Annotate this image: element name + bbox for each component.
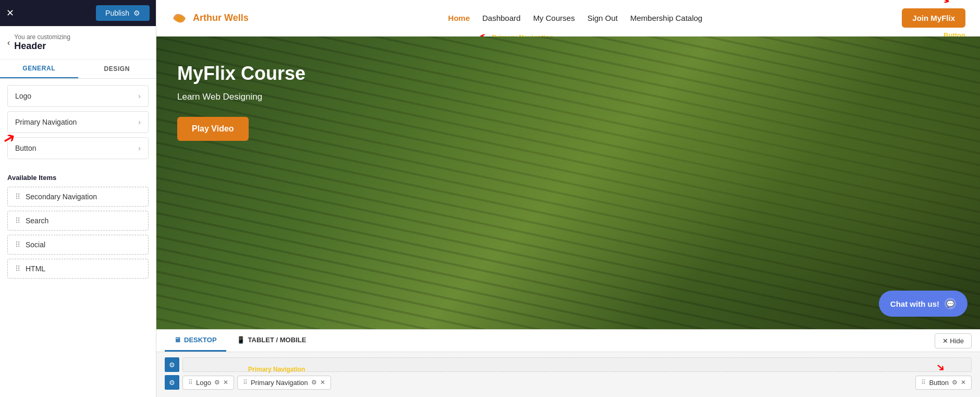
nav-my-courses[interactable]: My Courses [533,14,575,22]
nav-area: Home Dashboard My Courses Sign Out Membe… [448,14,703,22]
nav-sign-out[interactable]: Sign Out [587,14,618,22]
play-btn-label: Play Video [192,124,234,133]
hide-label: ✕ Hide [942,337,964,345]
available-item-html[interactable]: ⠿ HTML [7,259,149,279]
publish-button[interactable]: Publish ⚙ [96,5,150,21]
tab-design[interactable]: DESIGN [78,59,156,78]
bottom-primary-nav-annotation: Primary Navigation [248,366,305,373]
chip-button: ⠿ Button ⚙ ✕ [915,376,972,390]
row2-gear-button[interactable]: ⚙ [165,375,179,390]
logo-area: Arthur Wells [171,10,249,27]
join-btn-label: Join MyFlix [912,14,955,22]
panel-item-button-arrow: › [138,144,141,152]
panel-item-primary-nav-container: Primary Navigation › ➔ [7,111,149,133]
search-label: Search [26,216,48,225]
chip-nav-drag-icon: ⠿ [243,379,248,386]
tablet-label: TABLET / MOBILE [248,336,307,344]
play-video-button[interactable]: Play Video [177,117,249,141]
drag-handle-icon: ⠿ [15,216,20,225]
nav-membership-catalog[interactable]: Membership Catalog [630,14,702,22]
chip-btn-drag-icon: ⠿ [921,379,926,386]
secondary-nav-label: Secondary Navigation [26,193,97,201]
chip-logo: ⠿ Logo ⚙ ✕ [182,376,234,390]
desktop-icon: 🖥 [174,336,181,344]
bottom-tabs: 🖥 DESKTOP 📱 TABLET / MOBILE ✕ Hide [156,330,980,352]
chat-widget-button[interactable]: Chat with us! 💬 [879,291,967,317]
chip-nav-gear-icon[interactable]: ⚙ [311,379,317,386]
panel-item-primary-nav-arrow: › [138,118,141,126]
chip-btn-close-icon[interactable]: ✕ [961,379,966,386]
chat-label: Chat with us! [890,299,939,308]
left-panel: ✕ Publish ⚙ ‹ You are customizing Header… [0,0,156,397]
row2-right-section: ➔ ⠿ Button ⚙ ✕ [915,376,972,390]
customizing-title: Header [14,41,70,52]
drag-handle-icon: ⠿ [15,240,20,249]
drag-handle-icon: ⠿ [15,264,20,273]
chip-logo-drag-icon: ⠿ [188,379,193,386]
site-header: Arthur Wells Home Dashboard My Courses S… [156,0,980,37]
publish-label: Publish [105,9,129,17]
chip-logo-close-icon[interactable]: ✕ [223,379,228,386]
row1-gear-button[interactable]: ⚙ [165,357,179,372]
hero-content: MyFlix Course Learn Web Designing Play V… [156,37,980,167]
hero-section: MyFlix Course Learn Web Designing Play V… [156,37,980,329]
join-myflix-button[interactable]: Join MyFlix [902,8,965,28]
tab-desktop[interactable]: 🖥 DESKTOP [165,330,226,352]
chip-nav-close-icon[interactable]: ✕ [320,379,325,386]
panel-item-button-label: Button [15,144,36,152]
tablet-icon: 📱 [237,336,245,344]
top-bar: ✕ Publish ⚙ [0,0,156,26]
chip-btn-label: Button [929,379,949,387]
hero-title: MyFlix Course [177,63,959,85]
bottom-builder-bar: 🖥 DESKTOP 📱 TABLET / MOBILE ✕ Hide ⚙ ⚙ ⠿ [156,329,980,397]
back-row: ‹ You are customizing Header [0,26,156,59]
available-items-label: Available Items [0,170,156,187]
panel-item-logo-arrow: › [138,92,141,100]
main-area: Arthur Wells Home Dashboard My Courses S… [156,0,980,397]
drag-handle-icon: ⠿ [15,193,20,201]
available-item-social[interactable]: ⠿ Social [7,235,149,255]
tab-general[interactable]: GENERAL [0,59,78,78]
logo-icon [171,10,188,27]
logo-text: Arthur Wells [193,13,249,23]
nav-home[interactable]: Home [448,14,470,22]
social-label: Social [26,240,45,249]
bottom-primary-nav-label: Primary Navigation [248,366,305,373]
close-button[interactable]: ✕ [6,8,14,18]
available-item-secondary-nav[interactable]: ⠿ Secondary Navigation [7,187,149,207]
desktop-label: DESKTOP [184,336,217,344]
panel-item-primary-nav-label: Primary Navigation [15,118,77,126]
bottom-row-2: ⚙ ⠿ Logo ⚙ ✕ ⠿ Primary Navigation ⚙ ✕ Pr… [165,375,972,390]
panel-item-button[interactable]: Button › [7,137,149,159]
hero-subtitle: Learn Web Designing [177,92,959,102]
panel-items-list: Logo › Primary Navigation › ➔ Button › [0,79,156,170]
chip-logo-label: Logo [196,379,211,387]
available-item-search[interactable]: ⠿ Search [7,211,149,231]
bottom-builder-rows: ⚙ ⚙ ⠿ Logo ⚙ ✕ ⠿ Primary Navigation ⚙ ✕ [156,352,980,395]
join-btn-container: ➔ Join MyFlix Button [902,8,965,28]
back-button[interactable]: ‹ [7,38,10,47]
chip-primary-nav: ⠿ Primary Navigation ⚙ ✕ [237,376,331,390]
customizing-label: You are customizing [14,33,70,41]
panel-item-primary-nav[interactable]: Primary Navigation › [7,111,149,133]
chip-btn-gear-icon[interactable]: ⚙ [952,379,958,386]
chip-logo-gear-icon[interactable]: ⚙ [214,379,220,386]
html-label: HTML [26,264,45,273]
chip-nav-label: Primary Navigation [251,379,308,387]
publish-gear-icon: ⚙ [133,9,140,17]
chat-icon: 💬 [945,298,956,309]
panel-item-logo-label: Logo [15,92,31,100]
hide-button[interactable]: ✕ Hide [935,333,972,348]
tab-tablet-mobile[interactable]: 📱 TABLET / MOBILE [227,330,316,352]
panel-item-logo[interactable]: Logo › [7,85,149,107]
panel-tabs: GENERAL DESIGN [0,59,156,79]
join-btn-red-arrow: ➔ [938,0,953,8]
nav-dashboard[interactable]: Dashboard [482,14,520,22]
